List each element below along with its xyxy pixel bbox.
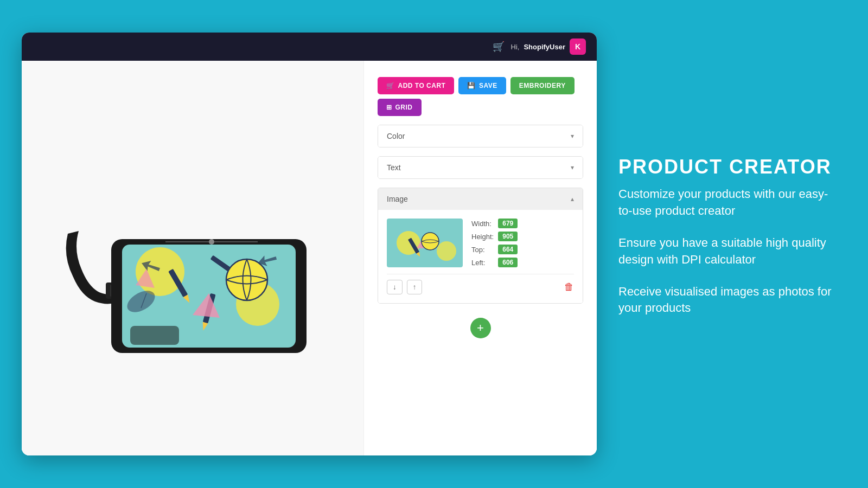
width-row: Width: 679 xyxy=(471,219,518,228)
grid-label: GRID xyxy=(395,104,413,111)
move-down-button[interactable]: ↓ xyxy=(387,280,403,294)
cart-btn-icon: 🛒 xyxy=(386,82,395,89)
product-image xyxy=(52,158,334,358)
action-buttons: 🛒 ADD TO CART 💾 SAVE EMBROIDERY ⊞ GRID xyxy=(378,77,583,116)
right-panel: 🛒 ADD TO CART 💾 SAVE EMBROIDERY ⊞ GRID xyxy=(363,61,597,455)
height-row: Height: 905 xyxy=(471,232,518,241)
add-layer-button[interactable]: + xyxy=(470,318,491,338)
sidebar-feature2: Receive visualised images as photos for … xyxy=(618,284,841,317)
sidebar-title: PRODUCT CREATOR xyxy=(618,156,841,178)
left-row: Left: 606 xyxy=(471,258,518,267)
height-label: Height: xyxy=(471,233,494,241)
cart-icon: 🛒 xyxy=(493,41,505,53)
add-to-cart-label: ADD TO CART xyxy=(398,82,446,89)
svg-point-19 xyxy=(209,239,214,245)
image-label: Image xyxy=(387,195,408,203)
add-to-cart-button[interactable]: 🛒 ADD TO CART xyxy=(378,77,454,94)
svg-point-14 xyxy=(226,259,267,300)
app-window: 🛒 Hi, ShopifyUser K xyxy=(22,33,597,455)
move-up-button[interactable]: ↑ xyxy=(407,280,423,294)
image-accordion-body: Width: 679 Height: 905 Top: 664 xyxy=(378,210,583,303)
svg-point-23 xyxy=(437,241,456,261)
text-accordion-header[interactable]: Text ▾ xyxy=(378,157,583,178)
title-bar: 🛒 Hi, ShopifyUser K xyxy=(22,33,597,61)
embroidery-label: EMBROIDERY xyxy=(519,82,566,89)
svg-point-25 xyxy=(422,233,439,250)
image-row: Width: 679 Height: 905 Top: 664 xyxy=(387,219,574,267)
sidebar-feature1: Ensure you have a suitable high quality … xyxy=(618,235,841,268)
username-label: ShopifyUser xyxy=(524,43,565,51)
user-info: Hi, ShopifyUser K xyxy=(511,38,586,55)
sidebar-desc1: Customize your products with our easy-to… xyxy=(618,186,841,220)
save-icon: 💾 xyxy=(467,82,476,89)
hi-text: Hi, xyxy=(511,43,520,51)
grid-button[interactable]: ⊞ GRID xyxy=(378,99,422,116)
width-label: Width: xyxy=(471,220,493,228)
left-value: 606 xyxy=(498,258,518,267)
image-accordion: Image ▴ xyxy=(378,188,583,304)
text-chevron: ▾ xyxy=(571,164,574,171)
svg-rect-20 xyxy=(130,326,179,345)
top-row: Top: 664 xyxy=(471,245,518,254)
svg-point-4 xyxy=(136,247,184,296)
main-content: 🛒 ADD TO CART 💾 SAVE EMBROIDERY ⊞ GRID xyxy=(22,61,597,455)
top-label: Top: xyxy=(471,246,493,254)
top-value: 664 xyxy=(498,245,518,254)
image-control-buttons: ↓ ↑ xyxy=(387,280,422,294)
image-accordion-header[interactable]: Image ▴ xyxy=(378,188,583,210)
add-layer-container: + xyxy=(378,312,583,344)
color-chevron: ▾ xyxy=(571,132,574,140)
color-accordion-header[interactable]: Color ▾ xyxy=(378,125,583,147)
text-accordion: Text ▾ xyxy=(378,156,583,179)
text-label: Text xyxy=(387,163,401,172)
sidebar-text: PRODUCT CREATOR Customize your products … xyxy=(613,156,841,332)
width-value: 679 xyxy=(498,219,518,228)
color-label: Color xyxy=(387,132,405,140)
embroidery-button[interactable]: EMBROIDERY xyxy=(510,77,575,94)
height-value: 905 xyxy=(498,232,518,241)
image-chevron: ▴ xyxy=(571,195,574,203)
color-accordion: Color ▾ xyxy=(378,125,583,147)
image-dimensions: Width: 679 Height: 905 Top: 664 xyxy=(471,219,518,267)
save-button[interactable]: 💾 SAVE xyxy=(458,77,506,94)
grid-icon: ⊞ xyxy=(386,104,392,111)
product-preview xyxy=(22,61,363,455)
delete-image-button[interactable]: 🗑 xyxy=(564,281,574,293)
save-label: SAVE xyxy=(479,82,497,89)
image-actions: ↓ ↑ 🗑 xyxy=(387,274,574,294)
left-label: Left: xyxy=(471,259,493,267)
image-thumbnail xyxy=(387,219,463,267)
user-avatar[interactable]: K xyxy=(570,38,586,55)
